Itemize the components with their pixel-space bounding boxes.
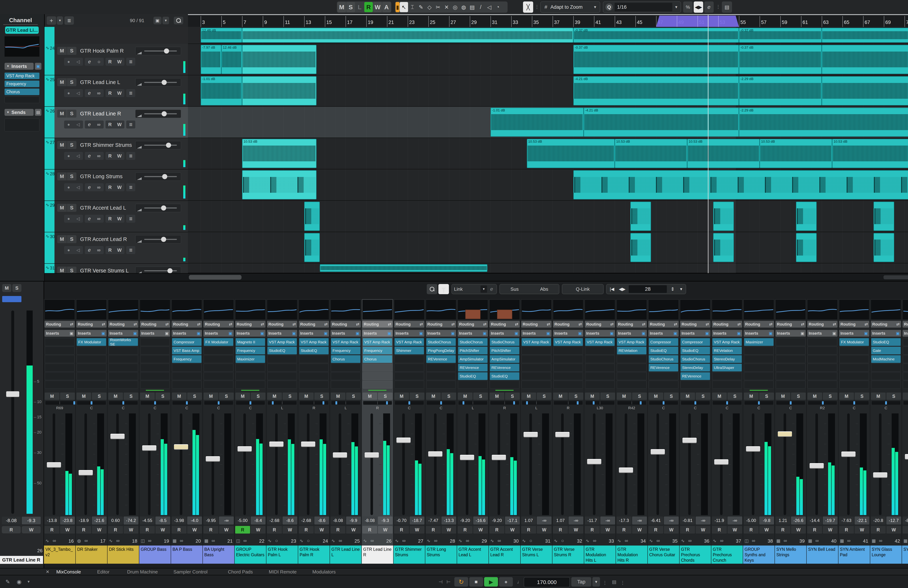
fader-cap[interactable] xyxy=(555,432,570,437)
left-solo-button[interactable]: S xyxy=(12,284,21,292)
monitor-icon[interactable]: ◁ xyxy=(76,185,80,190)
peak-value[interactable]: -23.8 xyxy=(60,516,75,524)
audio-event[interactable] xyxy=(304,202,320,231)
insert-slot[interactable] xyxy=(585,381,615,389)
write-automation-button[interactable]: W xyxy=(251,526,266,533)
pan-marker[interactable] xyxy=(663,401,665,405)
read-automation-button[interactable]: R xyxy=(330,526,345,533)
audio-event[interactable]: -0.37 dB xyxy=(739,45,822,74)
inserts-section-header[interactable]: ▼Inserts xyxy=(5,63,34,70)
solo-button[interactable]: S xyxy=(67,109,76,117)
insert-slot[interactable] xyxy=(903,347,908,354)
peak-value[interactable]: -∞ xyxy=(219,516,234,524)
track-volume-slider[interactable] xyxy=(135,172,181,181)
fader-track[interactable] xyxy=(275,413,278,515)
insert-slot[interactable] xyxy=(45,347,74,354)
stop-button[interactable]: ■ xyxy=(469,577,483,586)
insert-slot[interactable] xyxy=(522,364,551,371)
read-automation-button[interactable]: R xyxy=(108,59,112,64)
channel-mute-button[interactable]: M xyxy=(807,392,822,400)
write-automation-button[interactable]: W xyxy=(155,526,170,533)
inserts-bypass-icon[interactable]: ▣ xyxy=(292,331,296,336)
edit-channel-icon[interactable]: e xyxy=(88,122,91,127)
inserts-rack-header[interactable]: Inserts▣ xyxy=(426,330,456,337)
audio-event[interactable] xyxy=(713,202,734,231)
status-chevron-icon[interactable]: ▾ xyxy=(27,579,30,584)
insert-slot[interactable] xyxy=(808,364,837,371)
write-automation-button[interactable]: W xyxy=(117,122,122,127)
write-automation-button[interactable]: W xyxy=(346,526,361,533)
inserts-bypass-icon[interactable]: ▣ xyxy=(896,331,900,336)
fader-track[interactable] xyxy=(657,413,659,515)
channel-eq-thumbnail[interactable] xyxy=(903,300,908,320)
insert-plugin[interactable]: Frequency xyxy=(172,355,201,363)
insert-slot[interactable] xyxy=(522,381,551,389)
insert-plugin[interactable]: VST Amp Rack xyxy=(522,338,551,346)
channel-eq-thumbnail[interactable] xyxy=(140,300,170,320)
edit-channel-icon[interactable]: e xyxy=(88,185,91,190)
insert-slot[interactable] xyxy=(77,355,106,363)
channel-mute-button[interactable]: M xyxy=(712,392,727,400)
insert-slot[interactable] xyxy=(140,372,170,380)
grid-type-select[interactable]: #Adapt to Zoom▼ xyxy=(540,2,600,13)
mixer-channel-strip[interactable]: Routing⇄Inserts▣FX ModulatorMSC-9.95-∞RW… xyxy=(203,299,235,564)
read-automation-button[interactable]: R xyxy=(299,526,314,533)
pan-marker[interactable] xyxy=(822,401,824,405)
transport-kebab2-icon[interactable]: ⋮ xyxy=(620,580,625,586)
channel-eq-thumbnail[interactable] xyxy=(522,300,551,320)
fader-cap[interactable] xyxy=(778,431,792,437)
write-automation-button[interactable]: W xyxy=(696,526,710,533)
channel-eq-thumbnail[interactable] xyxy=(267,300,297,320)
mixer-channel-strip[interactable]: Routing⇄Inserts▣VST Amp RackREVelationMS… xyxy=(616,299,648,564)
fader-cap[interactable] xyxy=(523,432,538,437)
pan-control[interactable] xyxy=(109,401,138,405)
channel-name[interactable]: GTR Verse Chorus Guitar xyxy=(648,546,679,564)
global-s-button[interactable]: S xyxy=(346,2,355,12)
insert-slot[interactable] xyxy=(140,347,170,354)
insert-slot[interactable] xyxy=(235,381,265,389)
insert-slot[interactable] xyxy=(267,364,297,371)
erase-tool-icon[interactable]: ✕ xyxy=(443,2,451,12)
channel-eq-thumbnail[interactable] xyxy=(680,300,710,320)
channel-mute-button[interactable]: M xyxy=(394,392,409,400)
peak-value[interactable]: -17.1 xyxy=(505,516,520,524)
audio-event[interactable]: -2.29 dB xyxy=(739,108,908,137)
pan-control[interactable] xyxy=(586,401,614,405)
mixer-channel-strip[interactable]: Routing⇄Inserts▣MSR69-13.8-23.8RW∿∞16VK_… xyxy=(44,299,76,564)
insert-plugin[interactable]: Compressor xyxy=(172,338,201,346)
pan-control[interactable] xyxy=(872,401,900,405)
channel-name[interactable]: GTR Modulation Hits R xyxy=(616,546,647,564)
pan-marker[interactable] xyxy=(513,401,515,405)
insert-slot[interactable] xyxy=(839,364,869,371)
inspector-insert-slot[interactable]: VST Amp Rack xyxy=(5,72,39,79)
insert-plugin[interactable]: PitchShifter xyxy=(490,347,519,354)
channel-mute-button[interactable]: M xyxy=(617,392,631,400)
routing-rack-header[interactable]: Routing⇄ xyxy=(776,321,806,328)
audio-event[interactable] xyxy=(242,170,317,199)
fader-value[interactable]: -11.9 xyxy=(712,516,727,524)
edit-channel-icon[interactable]: e xyxy=(88,90,91,96)
read-automation-button[interactable]: R xyxy=(871,526,885,533)
insert-slot[interactable] xyxy=(108,364,138,371)
insert-slot[interactable] xyxy=(458,381,488,389)
fader-cap[interactable] xyxy=(110,434,125,439)
channel-mute-button[interactable]: M xyxy=(776,392,790,400)
channel-eq-thumbnail[interactable] xyxy=(744,300,774,320)
mute-button[interactable]: M xyxy=(57,78,67,86)
insert-slot[interactable] xyxy=(45,338,74,346)
insert-plugin[interactable]: StereoDelay xyxy=(681,364,710,371)
insert-slot[interactable] xyxy=(553,364,583,371)
inserts-rack-header[interactable]: Inserts▣ xyxy=(744,330,774,337)
fader-value[interactable]: -5.00 xyxy=(235,516,250,524)
peak-value[interactable]: -26.6 xyxy=(791,516,806,524)
audio-event[interactable] xyxy=(822,45,908,74)
global-r-button[interactable]: R xyxy=(364,2,373,12)
channel-solo-button[interactable]: S xyxy=(537,392,552,400)
inserts-bypass-icon[interactable]: ▣ xyxy=(133,331,137,336)
track-row[interactable]: ∿27MSGTR Shimmer Strums●◁e∞RW≣ xyxy=(45,138,188,170)
insert-slot[interactable] xyxy=(77,347,106,354)
channel-eq-thumbnail[interactable] xyxy=(45,300,75,320)
insert-slot[interactable] xyxy=(363,381,392,389)
routing-rack-header[interactable]: Routing⇄ xyxy=(45,321,75,328)
insert-slot[interactable] xyxy=(776,355,805,363)
